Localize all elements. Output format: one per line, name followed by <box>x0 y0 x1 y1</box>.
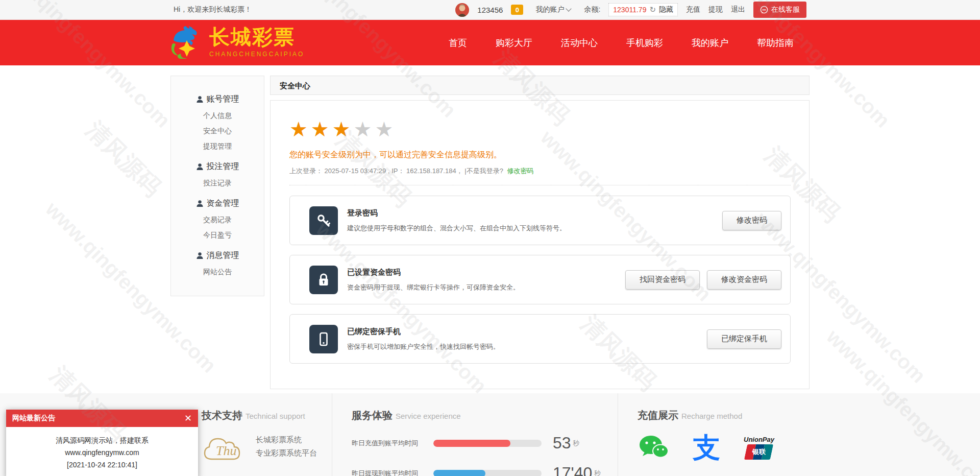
withdraw-time-label: 昨日提现到账平均时间 <box>352 469 433 476</box>
sidebar-item-today-profit[interactable]: 今日盈亏 <box>171 227 264 243</box>
account-dropdown[interactable]: 我的账户 <box>535 5 571 14</box>
nav-item-lottery-hall[interactable]: 购彩大厅 <box>496 37 532 49</box>
change-login-password-button[interactable]: 修改密码 <box>722 211 781 230</box>
divider <box>289 185 791 185</box>
logout-link[interactable]: 退出 <box>731 5 745 14</box>
nav-item-help[interactable]: 帮助指南 <box>757 37 794 49</box>
user-icon <box>196 163 204 171</box>
unionpay-icon[interactable]: UnionPay 银联 <box>744 436 774 460</box>
main-column: 安全中心 ★★★★★ 您的账号安全级别为中，可以通过完善安全信息提高级别。 上次… <box>270 76 810 389</box>
alipay-icon[interactable]: 支 <box>693 434 720 461</box>
recharge-time-value: 53 <box>553 434 571 453</box>
refresh-icon[interactable]: ↻ <box>649 5 656 14</box>
unionpay-cn: 银联 <box>752 447 766 457</box>
card-desc: 建议您使用字母和数字的组合、混合大小写、在组合中加入下划线等符号。 <box>347 224 566 233</box>
cloud-logo: Thu <box>202 430 249 463</box>
sidebar-section-label: 消息管理 <box>207 247 239 264</box>
close-icon[interactable]: ✕ <box>184 414 192 423</box>
topbar: Hi，欢迎来到长城彩票！ 123456 0 我的账户 余额: 123011.79… <box>0 0 980 20</box>
sidebar-section-funds: 资金管理 <box>171 195 264 212</box>
security-phone-card: 已绑定密保手机 密保手机可以增加账户安全性，快速找回帐号密码。 已绑定保手机 <box>289 314 791 364</box>
sidebar-item-bet-records[interactable]: 投注记录 <box>171 175 264 191</box>
logo-title: 长城彩票 <box>209 25 304 50</box>
stars-empty: ★★ <box>354 118 397 140</box>
main-nav: 长城彩票 CHANGCHENGCAIPIAO 首页 购彩大厅 活动中心 手机购彩… <box>0 20 980 65</box>
bound-phone-button[interactable]: 已绑定保手机 <box>707 329 781 349</box>
nav-item-home[interactable]: 首页 <box>449 37 467 49</box>
sidebar-item-transaction-records[interactable]: 交易记录 <box>171 212 264 227</box>
content-area: 账号管理 个人信息 安全中心 提现管理 投注管理 投注记录 资金管理 交易记录 … <box>0 65 980 393</box>
withdraw-time-unit: 秒 <box>594 469 601 476</box>
card-desc: 密保手机可以增加账户安全性，快速找回帐号密码。 <box>347 342 500 351</box>
withdraw-time-bar <box>433 470 542 476</box>
tech-line2: 专业彩票系统平台 <box>256 446 317 460</box>
online-service-label: 在线客服 <box>771 5 800 14</box>
security-stars: ★★★★★ <box>289 119 791 139</box>
recharge-time-unit: 秒 <box>573 439 580 448</box>
page-title: 安全中心 <box>270 76 810 95</box>
headset-icon <box>760 6 768 14</box>
nav-item-my-account[interactable]: 我的账户 <box>692 37 728 49</box>
popup-line2: www.qingfengymw.com <box>11 446 193 459</box>
wechat-pay-icon[interactable] <box>638 434 669 461</box>
welcome-text: Hi，欢迎来到长城彩票！ <box>174 5 252 14</box>
last-login-text: 上次登录： 2025-07-15 03:47:29 , IP： 162.158.… <box>289 167 503 175</box>
tech-support-title: 技术支持 <box>202 410 242 421</box>
lock-icon <box>309 266 338 294</box>
sidebar-section-betting: 投注管理 <box>171 158 264 175</box>
user-icon <box>196 200 204 207</box>
tech-support-subtitle: Technical support <box>246 412 305 420</box>
footer-service-experience: 服务体验Service experience 昨日充值到账平均时间 53 秒 昨… <box>332 393 618 476</box>
popup-header: 网站最新公告 ✕ <box>6 410 198 427</box>
balance-label: 余额: <box>584 5 600 14</box>
sidebar-item-site-announcement[interactable]: 网站公告 <box>171 264 264 279</box>
sidebar-section-label: 资金管理 <box>207 195 239 212</box>
account-dropdown-label: 我的账户 <box>535 5 564 14</box>
sidebar-item-security-center[interactable]: 安全中心 <box>171 123 264 138</box>
nav-item-mobile[interactable]: 手机购彩 <box>626 37 663 49</box>
nav-menu: 首页 购彩大厅 活动中心 手机购彩 我的账户 帮助指南 <box>449 20 794 65</box>
hide-balance-button[interactable]: 隐藏 <box>659 5 673 14</box>
phone-icon <box>309 325 338 353</box>
logo[interactable]: 长城彩票 CHANGCHENGCAIPIAO <box>168 25 304 59</box>
fund-password-card: 已设置资金密码 资金密码用于提现、绑定银行卡等操作，可保障资金安全。 找回资金密… <box>289 255 791 304</box>
logo-dragon-icon <box>168 25 205 59</box>
sidebar: 账号管理 个人信息 安全中心 提现管理 投注管理 投注记录 资金管理 交易记录 … <box>170 76 264 296</box>
balance-value: 123011.79 <box>613 6 646 14</box>
recharge-time-label: 昨日充值到账平均时间 <box>352 439 433 448</box>
security-level-message: 您的账号安全级别为中，可以通过完善安全信息提高级别。 <box>289 150 791 160</box>
sidebar-item-personal-info[interactable]: 个人信息 <box>171 108 264 123</box>
balance-box: 123011.79 ↻ 隐藏 <box>608 3 678 16</box>
change-fund-password-button[interactable]: 修改资金密码 <box>707 270 781 290</box>
sidebar-item-withdraw-mgmt[interactable]: 提现管理 <box>171 138 264 154</box>
unionpay-flag: 银联 <box>744 444 773 460</box>
recharge-link[interactable]: 充值 <box>686 5 700 14</box>
recharge-time-bar <box>433 440 542 447</box>
sidebar-section-account: 账号管理 <box>171 90 264 108</box>
tech-line1: 长城彩票系统 <box>256 433 317 446</box>
security-panel: ★★★★★ 您的账号安全级别为中，可以通过完善安全信息提高级别。 上次登录： 2… <box>270 100 810 389</box>
recover-fund-password-button[interactable]: 找回资金密码 <box>625 270 700 290</box>
login-password-card: 登录密码 建议您使用字母和数字的组合、混合大小写、在组合中加入下划线等符号。 修… <box>289 196 791 245</box>
svg-text:Thu: Thu <box>216 443 236 458</box>
withdraw-link[interactable]: 提现 <box>708 5 723 14</box>
announcement-popup: 网站最新公告 ✕ 清风源码网演示站，搭建联系 www.qingfengymw.c… <box>6 410 198 476</box>
stars-filled: ★★★ <box>289 118 354 140</box>
withdraw-time-row: 昨日提现到账平均时间 17'40 秒 <box>352 464 618 476</box>
online-service-button[interactable]: 在线客服 <box>753 2 806 18</box>
recharge-title: 充值展示 <box>638 410 678 421</box>
sidebar-section-label: 投注管理 <box>207 158 239 175</box>
message-count-badge[interactable]: 0 <box>511 5 523 15</box>
popup-title: 网站最新公告 <box>12 414 55 423</box>
change-password-link[interactable]: 修改密码 <box>507 167 534 175</box>
recharge-time-row: 昨日充值到账平均时间 53 秒 <box>352 434 618 453</box>
popup-body: 清风源码网演示站，搭建联系 www.qingfengymw.com [2021-… <box>6 427 198 476</box>
logo-subtitle: CHANGCHENGCAIPIAO <box>209 51 304 58</box>
avatar-image <box>455 3 469 17</box>
nav-item-activity-center[interactable]: 活动中心 <box>561 37 598 49</box>
avatar[interactable] <box>455 3 469 17</box>
footer-recharge-methods: 充值展示Recharge method 支 UnionPay <box>618 393 806 476</box>
user-icon <box>196 96 204 103</box>
service-title: 服务体验 <box>352 410 393 421</box>
key-icon <box>309 206 338 235</box>
